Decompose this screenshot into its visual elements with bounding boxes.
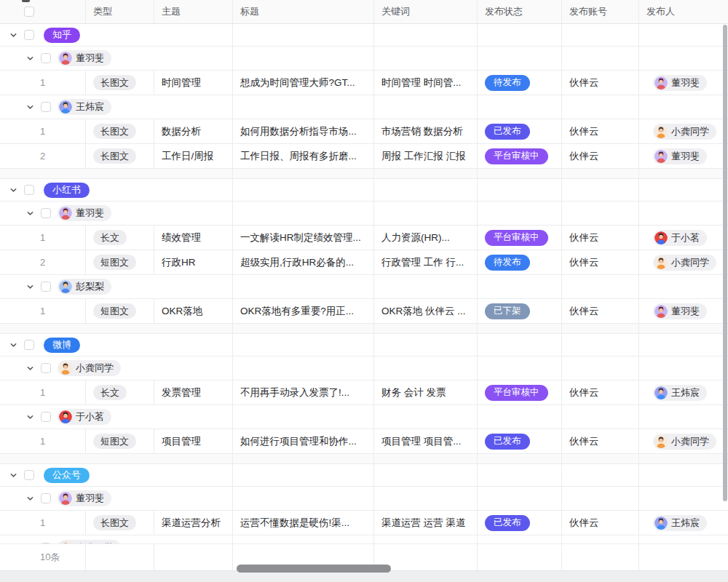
table-row[interactable]: 1短图文项目管理如何进行项目管理和协作...项目管理 项目管...已发布伙伴云小… [0,429,728,454]
empty-cell [374,169,478,178]
header-controls-cell [0,0,86,23]
author-pill[interactable]: 董羽斐 [58,50,111,66]
topic-cell: 项目管理 [154,429,233,453]
table-row[interactable]: 1长图文数据分析如何用数据分析指导市场...市场营销 数据分析已发布伙伴云小龚同… [0,119,728,144]
group-checkbox[interactable] [24,30,34,40]
group-checkbox[interactable] [24,185,34,195]
empty-cell [478,95,562,119]
group-checkbox[interactable] [41,282,51,292]
publisher-pill[interactable]: 小龚同学 [653,255,716,271]
group-checkbox[interactable] [41,102,51,112]
table-row[interactable]: 1长文绩效管理一文解读HR制定绩效管理...人力资源(HR)...平台审核中伙伴… [0,226,728,250]
type-cell: 长图文 [86,144,154,168]
table-row[interactable]: 1短图文OKR落地OKR落地有多重要?用正...OKR落地 伙伴云 ...已下架… [0,299,728,324]
author-pill[interactable]: 董羽斐 [58,490,111,506]
empty-cell [233,535,374,543]
table-row[interactable]: 1长图文时间管理想成为时间管理大师?GT...时间管理 时间管...待发布伙伴云… [0,71,728,95]
author-group-cell: 小龚同学 [0,356,233,380]
chevron-down-icon[interactable] [26,210,34,218]
empty-cell [374,275,478,298]
author-pill[interactable]: 小龚同学 [58,360,121,376]
topic-cell-text: 项目管理 [162,435,201,448]
type-cell: 长图文 [86,71,154,95]
publisher-pill[interactable]: 于小茗 [653,230,707,246]
status-cell: 已发布 [478,429,562,453]
keywords-cell-text: OKR落地 伙伴云 ... [381,305,466,318]
title-cell: 一文解读HR制定绩效管理... [233,226,374,250]
status-badge: 平台审核中 [485,230,548,246]
topic-cell: 时间管理 [154,71,233,95]
title-cell: OKR落地有多重要?用正... [233,299,374,323]
chevron-down-icon[interactable] [26,364,34,372]
group-checkbox[interactable] [41,208,51,218]
author-pill[interactable]: 王炜宸 [58,99,111,115]
select-all-checkbox[interactable] [24,7,34,17]
table-row[interactable]: 2长图文工作日/周报工作日报、周报有多折磨...周报 工作汇报 汇报平台审核中伙… [0,144,728,169]
empty-cell [233,47,374,70]
chevron-down-icon[interactable] [9,341,17,349]
keywords-cell-text: 人力资源(HR)... [381,231,450,244]
chevron-down-icon[interactable] [26,495,34,503]
chevron-down-icon[interactable] [9,186,17,194]
author-pill[interactable]: 彭梨梨 [58,279,111,295]
empty-cell [374,179,478,201]
empty-cell [478,464,562,486]
empty-cell [374,24,478,46]
account-text: 伙伴云 [569,150,599,163]
chevron-down-icon[interactable] [26,283,34,291]
author-pill[interactable]: 董羽斐 [58,205,111,221]
table-row[interactable]: 1长图文渠道运营分析运营不懂数据是硬伤!渠...渠道运营 运营 渠道已发布伙伴云… [0,511,728,535]
group-checkbox[interactable] [24,340,34,350]
table-row[interactable]: 1长文发票管理不用再手动录入发票了!...财务 会计 发票平台审核中伙伴云王炜宸 [0,380,728,405]
row-number: 2 [40,151,45,162]
footer-cell [86,544,154,570]
keywords-cell: 行政管理 工作 行... [374,250,478,274]
platform-group-cell: 知乎 [0,24,233,46]
type-cell: 短图文 [86,250,154,274]
status-badge: 已发布 [485,124,530,140]
chevron-down-icon[interactable] [26,55,34,63]
status-badge: 平台审核中 [485,148,548,164]
account-text: 伙伴云 [569,231,599,244]
status-cell: 平台审核中 [478,226,562,250]
col-header-type: 类型 [86,0,154,23]
row-index-cell: 2 [0,144,86,168]
publisher-pill[interactable]: 董羽斐 [653,148,707,164]
chevron-down-icon[interactable] [26,103,34,111]
group-checkbox[interactable] [24,470,34,480]
status-badge: 待发布 [485,255,530,271]
publisher-pill[interactable]: 小龚同学 [653,124,716,140]
empty-cell [639,95,728,119]
chevron-down-icon[interactable] [26,413,34,421]
author-pill[interactable]: 于小茗 [58,409,111,425]
publisher-pill[interactable]: 董羽斐 [653,303,707,319]
publisher-pill[interactable]: 小龚同学 [653,434,716,450]
account-cell: 伙伴云 [562,71,639,95]
group-checkbox[interactable] [41,493,51,503]
title-cell: 超级实用,行政HR必备的... [233,250,374,274]
person-name: 董羽斐 [671,305,700,318]
title-cell: 如何进行项目管理和协作... [233,429,374,453]
publisher-pill[interactable]: 王炜宸 [653,385,707,401]
record-count: 10条 [40,551,60,564]
group-checkbox[interactable] [41,363,51,373]
publisher-pill[interactable]: 董羽斐 [653,75,707,91]
empty-cell [639,324,728,333]
publisher-pill[interactable]: 王炜宸 [653,515,707,531]
empty-cell [478,24,562,46]
empty-cell [562,405,639,428]
empty-cell [639,47,728,70]
row-index-cell: 2 [0,250,86,274]
avatar [654,305,668,318]
type-badge: 短图文 [93,434,136,449]
group-checkbox[interactable] [41,412,51,422]
vertical-scrollbar-thumb[interactable] [723,25,727,501]
title-cell-text: 超级实用,行政HR必备的... [240,256,354,269]
horizontal-scrollbar-thumb[interactable] [237,565,391,573]
platform-group-cell: 微博 [0,334,233,356]
chevron-down-icon[interactable] [9,31,17,39]
table-row[interactable]: 2短图文行政HR超级实用,行政HR必备的...行政管理 工作 行...待发布伙伴… [0,250,728,275]
group-checkbox[interactable] [41,53,51,63]
keywords-cell-text: 行政管理 工作 行... [381,256,464,269]
chevron-down-icon[interactable] [9,471,17,479]
